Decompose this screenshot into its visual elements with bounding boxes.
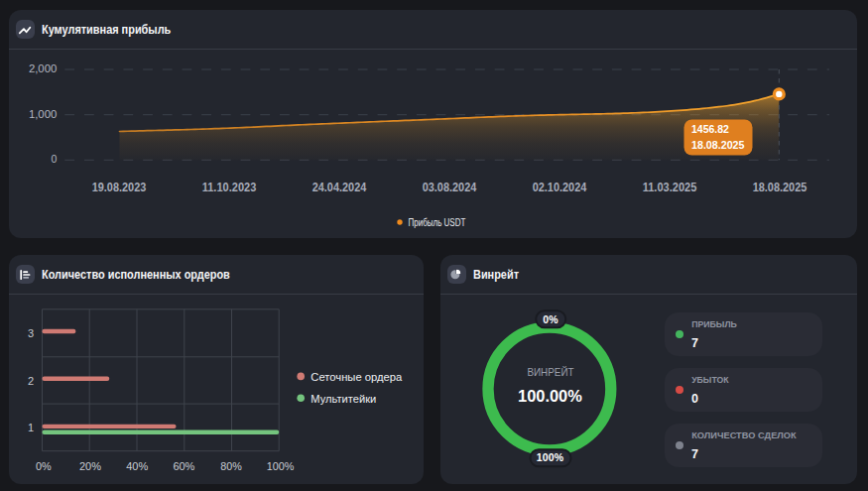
svg-text:03.08.2024: 03.08.2024 — [423, 181, 477, 194]
svg-text:1: 1 — [28, 422, 34, 433]
svg-text:1456.82: 1456.82 — [691, 123, 729, 135]
svg-text:Мультитейки: Мультитейки — [310, 393, 376, 405]
svg-text:19.08.2023: 19.08.2023 — [92, 181, 147, 194]
svg-text:60%: 60% — [173, 460, 194, 472]
svg-text:УБЫТОК: УБЫТОК — [691, 374, 729, 385]
svg-text:24.04.2024: 24.04.2024 — [312, 181, 367, 194]
svg-text:80%: 80% — [220, 460, 242, 472]
svg-text:11.03.2025: 11.03.2025 — [643, 181, 697, 194]
svg-text:0%: 0% — [36, 460, 52, 472]
svg-text:7: 7 — [691, 336, 698, 350]
svg-text:18.08.2025: 18.08.2025 — [691, 139, 745, 151]
svg-text:40%: 40% — [126, 460, 148, 472]
svg-text:0: 0 — [51, 153, 57, 165]
svg-text:18.08.2025: 18.08.2025 — [753, 181, 807, 194]
svg-text:7: 7 — [691, 447, 698, 461]
svg-text:02.10.2024: 02.10.2024 — [533, 181, 587, 194]
svg-text:20%: 20% — [79, 460, 101, 472]
svg-text:11.10.2023: 11.10.2023 — [202, 181, 257, 194]
svg-text:2,000: 2,000 — [29, 62, 58, 74]
svg-text:100%: 100% — [267, 460, 295, 472]
svg-text:Прибыль USDT: Прибыль USDT — [409, 217, 466, 228]
svg-text:2: 2 — [28, 375, 34, 387]
svg-text:ВИНРЕЙТ: ВИНРЕЙТ — [527, 366, 574, 378]
svg-text:КОЛИЧЕСТВО СДЕЛОК: КОЛИЧЕСТВО СДЕЛОК — [691, 430, 797, 440]
svg-text:1,000: 1,000 — [29, 108, 58, 120]
svg-text:100.00%: 100.00% — [518, 388, 582, 405]
svg-text:3: 3 — [28, 327, 34, 339]
svg-text:ПРИБЫЛЬ: ПРИБЫЛЬ — [691, 318, 737, 329]
svg-text:0: 0 — [691, 392, 698, 406]
svg-text:Сеточные ордера: Сеточные ордера — [310, 371, 403, 383]
